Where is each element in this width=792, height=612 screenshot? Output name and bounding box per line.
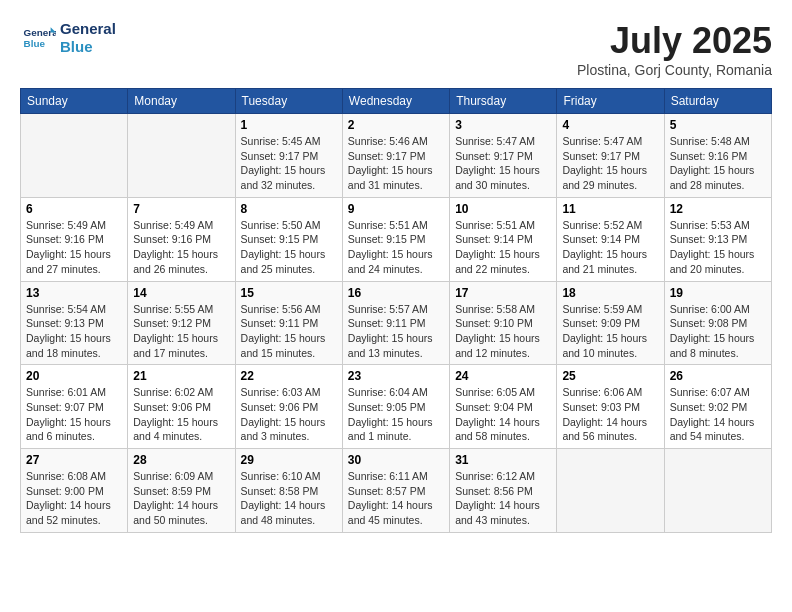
calendar-cell: 20Sunrise: 6:01 AM Sunset: 9:07 PM Dayli… [21, 365, 128, 449]
day-info: Sunrise: 5:47 AM Sunset: 9:17 PM Dayligh… [455, 134, 551, 193]
calendar-cell: 26Sunrise: 6:07 AM Sunset: 9:02 PM Dayli… [664, 365, 771, 449]
day-number: 22 [241, 369, 337, 383]
calendar-cell: 29Sunrise: 6:10 AM Sunset: 8:58 PM Dayli… [235, 449, 342, 533]
calendar-cell: 27Sunrise: 6:08 AM Sunset: 9:00 PM Dayli… [21, 449, 128, 533]
logo: General Blue General Blue [20, 20, 116, 56]
day-info: Sunrise: 6:01 AM Sunset: 9:07 PM Dayligh… [26, 385, 122, 444]
calendar-body: 1Sunrise: 5:45 AM Sunset: 9:17 PM Daylig… [21, 114, 772, 533]
day-info: Sunrise: 5:48 AM Sunset: 9:16 PM Dayligh… [670, 134, 766, 193]
weekday-header-thursday: Thursday [450, 89, 557, 114]
day-info: Sunrise: 6:11 AM Sunset: 8:57 PM Dayligh… [348, 469, 444, 528]
calendar-cell: 30Sunrise: 6:11 AM Sunset: 8:57 PM Dayli… [342, 449, 449, 533]
day-number: 10 [455, 202, 551, 216]
calendar-cell: 15Sunrise: 5:56 AM Sunset: 9:11 PM Dayli… [235, 281, 342, 365]
day-number: 21 [133, 369, 229, 383]
day-info: Sunrise: 6:05 AM Sunset: 9:04 PM Dayligh… [455, 385, 551, 444]
day-info: Sunrise: 5:57 AM Sunset: 9:11 PM Dayligh… [348, 302, 444, 361]
day-number: 3 [455, 118, 551, 132]
weekday-header-tuesday: Tuesday [235, 89, 342, 114]
calendar-week-2: 6Sunrise: 5:49 AM Sunset: 9:16 PM Daylig… [21, 197, 772, 281]
calendar-cell: 8Sunrise: 5:50 AM Sunset: 9:15 PM Daylig… [235, 197, 342, 281]
calendar-cell: 6Sunrise: 5:49 AM Sunset: 9:16 PM Daylig… [21, 197, 128, 281]
logo-name-blue: Blue [60, 38, 116, 56]
day-number: 4 [562, 118, 658, 132]
calendar-table: SundayMondayTuesdayWednesdayThursdayFrid… [20, 88, 772, 533]
svg-text:Blue: Blue [24, 38, 46, 49]
day-number: 8 [241, 202, 337, 216]
weekday-header-friday: Friday [557, 89, 664, 114]
day-number: 12 [670, 202, 766, 216]
calendar-cell: 25Sunrise: 6:06 AM Sunset: 9:03 PM Dayli… [557, 365, 664, 449]
calendar-cell: 4Sunrise: 5:47 AM Sunset: 9:17 PM Daylig… [557, 114, 664, 198]
calendar-cell: 2Sunrise: 5:46 AM Sunset: 9:17 PM Daylig… [342, 114, 449, 198]
day-info: Sunrise: 6:10 AM Sunset: 8:58 PM Dayligh… [241, 469, 337, 528]
day-number: 11 [562, 202, 658, 216]
day-info: Sunrise: 5:52 AM Sunset: 9:14 PM Dayligh… [562, 218, 658, 277]
calendar-cell: 5Sunrise: 5:48 AM Sunset: 9:16 PM Daylig… [664, 114, 771, 198]
day-number: 15 [241, 286, 337, 300]
day-number: 31 [455, 453, 551, 467]
calendar-cell: 18Sunrise: 5:59 AM Sunset: 9:09 PM Dayli… [557, 281, 664, 365]
calendar-cell [128, 114, 235, 198]
calendar-cell: 24Sunrise: 6:05 AM Sunset: 9:04 PM Dayli… [450, 365, 557, 449]
day-info: Sunrise: 6:02 AM Sunset: 9:06 PM Dayligh… [133, 385, 229, 444]
day-info: Sunrise: 5:51 AM Sunset: 9:15 PM Dayligh… [348, 218, 444, 277]
calendar-cell: 12Sunrise: 5:53 AM Sunset: 9:13 PM Dayli… [664, 197, 771, 281]
day-number: 6 [26, 202, 122, 216]
day-info: Sunrise: 6:03 AM Sunset: 9:06 PM Dayligh… [241, 385, 337, 444]
day-number: 17 [455, 286, 551, 300]
day-number: 5 [670, 118, 766, 132]
day-info: Sunrise: 6:04 AM Sunset: 9:05 PM Dayligh… [348, 385, 444, 444]
day-info: Sunrise: 6:00 AM Sunset: 9:08 PM Dayligh… [670, 302, 766, 361]
day-info: Sunrise: 6:07 AM Sunset: 9:02 PM Dayligh… [670, 385, 766, 444]
day-info: Sunrise: 6:06 AM Sunset: 9:03 PM Dayligh… [562, 385, 658, 444]
day-number: 7 [133, 202, 229, 216]
calendar-week-5: 27Sunrise: 6:08 AM Sunset: 9:00 PM Dayli… [21, 449, 772, 533]
calendar-cell: 1Sunrise: 5:45 AM Sunset: 9:17 PM Daylig… [235, 114, 342, 198]
day-number: 16 [348, 286, 444, 300]
day-number: 9 [348, 202, 444, 216]
calendar-week-4: 20Sunrise: 6:01 AM Sunset: 9:07 PM Dayli… [21, 365, 772, 449]
day-info: Sunrise: 5:59 AM Sunset: 9:09 PM Dayligh… [562, 302, 658, 361]
calendar-cell: 28Sunrise: 6:09 AM Sunset: 8:59 PM Dayli… [128, 449, 235, 533]
day-number: 19 [670, 286, 766, 300]
weekday-header-wednesday: Wednesday [342, 89, 449, 114]
day-number: 24 [455, 369, 551, 383]
day-info: Sunrise: 5:47 AM Sunset: 9:17 PM Dayligh… [562, 134, 658, 193]
logo-icon: General Blue [20, 20, 56, 56]
calendar-cell: 16Sunrise: 5:57 AM Sunset: 9:11 PM Dayli… [342, 281, 449, 365]
weekday-header-saturday: Saturday [664, 89, 771, 114]
day-info: Sunrise: 5:50 AM Sunset: 9:15 PM Dayligh… [241, 218, 337, 277]
calendar-cell [557, 449, 664, 533]
page-header: General Blue General Blue July 2025 Plos… [20, 20, 772, 78]
calendar-cell: 17Sunrise: 5:58 AM Sunset: 9:10 PM Dayli… [450, 281, 557, 365]
day-info: Sunrise: 5:55 AM Sunset: 9:12 PM Dayligh… [133, 302, 229, 361]
calendar-cell: 14Sunrise: 5:55 AM Sunset: 9:12 PM Dayli… [128, 281, 235, 365]
calendar-cell: 22Sunrise: 6:03 AM Sunset: 9:06 PM Dayli… [235, 365, 342, 449]
day-info: Sunrise: 5:46 AM Sunset: 9:17 PM Dayligh… [348, 134, 444, 193]
day-number: 25 [562, 369, 658, 383]
calendar-cell: 19Sunrise: 6:00 AM Sunset: 9:08 PM Dayli… [664, 281, 771, 365]
logo-name-general: General [60, 20, 116, 38]
calendar-cell: 13Sunrise: 5:54 AM Sunset: 9:13 PM Dayli… [21, 281, 128, 365]
day-info: Sunrise: 5:56 AM Sunset: 9:11 PM Dayligh… [241, 302, 337, 361]
day-number: 20 [26, 369, 122, 383]
calendar-cell: 23Sunrise: 6:04 AM Sunset: 9:05 PM Dayli… [342, 365, 449, 449]
day-info: Sunrise: 5:51 AM Sunset: 9:14 PM Dayligh… [455, 218, 551, 277]
calendar-cell [21, 114, 128, 198]
calendar-week-3: 13Sunrise: 5:54 AM Sunset: 9:13 PM Dayli… [21, 281, 772, 365]
day-number: 26 [670, 369, 766, 383]
day-info: Sunrise: 5:58 AM Sunset: 9:10 PM Dayligh… [455, 302, 551, 361]
calendar-week-1: 1Sunrise: 5:45 AM Sunset: 9:17 PM Daylig… [21, 114, 772, 198]
calendar-cell [664, 449, 771, 533]
day-info: Sunrise: 5:49 AM Sunset: 9:16 PM Dayligh… [133, 218, 229, 277]
day-info: Sunrise: 5:53 AM Sunset: 9:13 PM Dayligh… [670, 218, 766, 277]
day-info: Sunrise: 6:12 AM Sunset: 8:56 PM Dayligh… [455, 469, 551, 528]
day-number: 1 [241, 118, 337, 132]
month-title: July 2025 [577, 20, 772, 62]
calendar-cell: 7Sunrise: 5:49 AM Sunset: 9:16 PM Daylig… [128, 197, 235, 281]
calendar-cell: 11Sunrise: 5:52 AM Sunset: 9:14 PM Dayli… [557, 197, 664, 281]
calendar-cell: 3Sunrise: 5:47 AM Sunset: 9:17 PM Daylig… [450, 114, 557, 198]
day-info: Sunrise: 5:49 AM Sunset: 9:16 PM Dayligh… [26, 218, 122, 277]
day-info: Sunrise: 5:54 AM Sunset: 9:13 PM Dayligh… [26, 302, 122, 361]
